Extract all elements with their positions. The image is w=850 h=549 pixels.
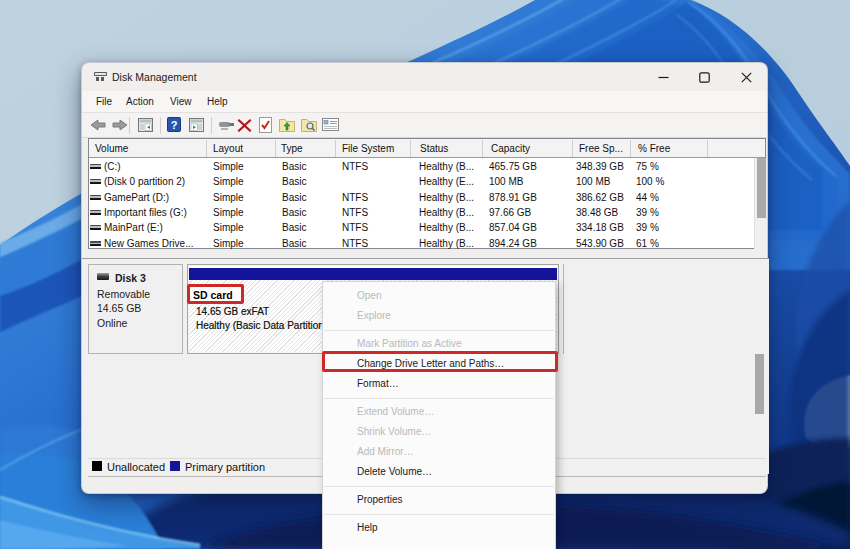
svg-text:?: ?	[171, 119, 178, 131]
